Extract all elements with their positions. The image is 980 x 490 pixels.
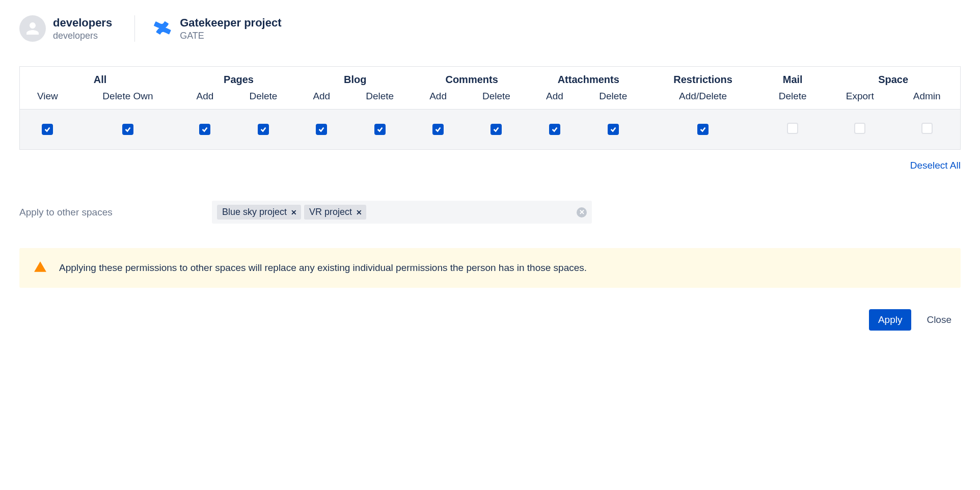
permission-column-header: Delete	[759, 89, 826, 110]
permission-checkbox[interactable]	[42, 124, 53, 135]
permission-cell	[297, 110, 346, 150]
permission-column-header: Delete Own	[75, 89, 180, 110]
permission-checkbox[interactable]	[316, 124, 327, 135]
permissions-row	[20, 110, 961, 150]
permissions-sub-header: ViewDelete OwnAddDeleteAddDeleteAddDelet…	[20, 89, 961, 110]
permission-group-header: All	[20, 67, 181, 89]
permission-group-header: Comments	[414, 67, 530, 89]
user-title: developers	[53, 16, 112, 30]
permission-cell	[759, 110, 826, 150]
permission-checkbox[interactable]	[122, 124, 133, 135]
user-header-text: developers developers	[53, 16, 112, 41]
dialog-header: developers developers Gatekeeper project…	[19, 15, 961, 42]
project-key: GATE	[180, 31, 281, 41]
permission-group-header: Blog	[297, 67, 414, 89]
warning-banner: Applying these permissions to other spac…	[19, 248, 961, 288]
permission-cell	[893, 110, 960, 150]
permission-column-header: Delete	[230, 89, 297, 110]
permission-cell	[75, 110, 180, 150]
clear-all-tags-icon[interactable]: ✕	[577, 207, 587, 217]
permission-cell	[20, 110, 75, 150]
remove-tag-icon[interactable]: ✕	[356, 208, 362, 216]
permission-cell	[826, 110, 893, 150]
permission-group-header: Pages	[180, 67, 297, 89]
space-tag: Blue sky project✕	[217, 205, 301, 220]
user-subtitle: developers	[53, 31, 112, 41]
permission-group-header: Mail	[759, 67, 826, 89]
permission-checkbox[interactable]	[374, 124, 386, 135]
permission-column-header: Add	[414, 89, 463, 110]
deselect-all-link[interactable]: Deselect All	[910, 160, 961, 171]
permission-column-header: Delete	[346, 89, 414, 110]
space-tag: VR project✕	[304, 205, 366, 220]
avatar	[19, 15, 46, 42]
remove-tag-icon[interactable]: ✕	[291, 208, 297, 216]
permission-column-header: Add	[180, 89, 230, 110]
permission-column-header: Add	[530, 89, 580, 110]
confluence-logo-icon	[153, 19, 173, 38]
permission-group-header: Space	[826, 67, 960, 89]
permission-column-header: Admin	[893, 89, 960, 110]
permission-column-header: Export	[826, 89, 893, 110]
permissions-group-header: AllPagesBlogCommentsAttachmentsRestricti…	[20, 67, 961, 89]
permission-cell	[580, 110, 647, 150]
user-header-group: developers developers	[19, 15, 135, 42]
deselect-row: Deselect All	[19, 160, 961, 171]
close-button[interactable]: Close	[917, 309, 961, 331]
permission-cell	[346, 110, 414, 150]
permission-column-header: Delete	[462, 89, 530, 110]
space-tag-label: Blue sky project	[222, 207, 287, 217]
permission-cell	[462, 110, 530, 150]
permission-checkbox[interactable]	[258, 124, 269, 135]
warning-icon	[34, 260, 47, 276]
permission-cell	[647, 110, 759, 150]
permission-column-header: Delete	[580, 89, 647, 110]
project-title: Gatekeeper project	[180, 16, 281, 30]
permission-column-header: View	[20, 89, 75, 110]
permission-checkbox[interactable]	[787, 123, 798, 134]
permission-checkbox[interactable]	[921, 123, 933, 134]
footer-buttons: Apply Close	[19, 309, 961, 331]
permission-checkbox[interactable]	[199, 124, 210, 135]
permission-cell	[230, 110, 297, 150]
permission-cell	[414, 110, 463, 150]
permission-column-header: Add	[297, 89, 346, 110]
permission-cell	[530, 110, 580, 150]
apply-button[interactable]: Apply	[869, 309, 912, 331]
apply-to-other-spaces-label: Apply to other spaces	[19, 207, 212, 218]
apply-to-other-spaces-row: Apply to other spaces Blue sky project✕V…	[19, 201, 961, 224]
project-header-text: Gatekeeper project GATE	[180, 16, 281, 41]
permission-group-header: Restrictions	[647, 67, 759, 89]
permission-checkbox[interactable]	[549, 124, 560, 135]
permission-checkbox[interactable]	[697, 124, 709, 135]
spaces-tag-input[interactable]: Blue sky project✕VR project✕ ✕	[212, 201, 592, 224]
permission-checkbox[interactable]	[854, 123, 865, 134]
warning-text: Applying these permissions to other spac…	[59, 262, 587, 274]
permission-checkbox[interactable]	[432, 124, 444, 135]
permissions-table: AllPagesBlogCommentsAttachmentsRestricti…	[19, 66, 961, 150]
permission-group-header: Attachments	[530, 67, 647, 89]
permission-column-header: Add/Delete	[647, 89, 759, 110]
permission-checkbox[interactable]	[608, 124, 619, 135]
project-header-group: Gatekeeper project GATE	[153, 16, 281, 41]
permission-checkbox[interactable]	[491, 124, 502, 135]
space-tag-label: VR project	[309, 207, 352, 217]
permission-cell	[180, 110, 230, 150]
